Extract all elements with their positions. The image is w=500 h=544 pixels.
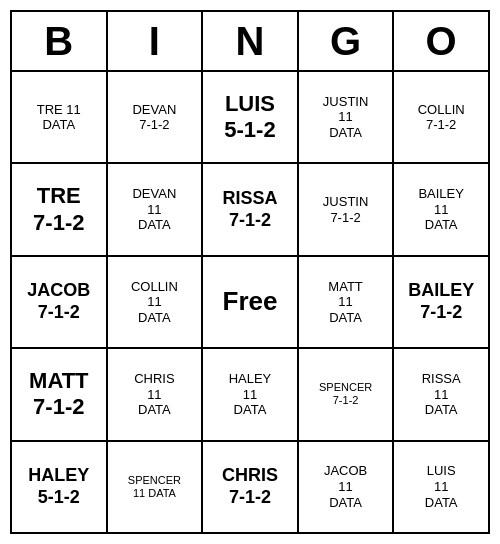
bingo-cell: HALEY5-1-2 [12,442,108,532]
bingo-cell: TRE 11DATA [12,72,108,162]
header-letter: G [299,12,395,70]
bingo-cell: SPENCER7-1-2 [299,349,395,439]
bingo-row: MATT7-1-2CHRIS11DATAHALEY11DATASPENCER7-… [12,349,488,441]
bingo-cell: CHRIS7-1-2 [203,442,299,532]
bingo-cell: JUSTIN7-1-2 [299,164,395,254]
bingo-cell: BAILEY7-1-2 [394,257,488,347]
bingo-cell: JUSTIN11DATA [299,72,395,162]
bingo-grid: TRE 11DATADEVAN7-1-2LUIS5-1-2JUSTIN11DAT… [12,72,488,532]
header-letter: B [12,12,108,70]
bingo-cell: MATT11DATA [299,257,395,347]
bingo-cell: DEVAN7-1-2 [108,72,204,162]
bingo-cell: HALEY11DATA [203,349,299,439]
bingo-cell: LUIS5-1-2 [203,72,299,162]
bingo-cell: DEVAN11DATA [108,164,204,254]
bingo-cell: CHRIS11DATA [108,349,204,439]
bingo-cell: COLLIN7-1-2 [394,72,488,162]
bingo-cell: SPENCER11 DATA [108,442,204,532]
header-letter: N [203,12,299,70]
bingo-cell: JACOB11DATA [299,442,395,532]
header-letter: I [108,12,204,70]
bingo-cell: JACOB7-1-2 [12,257,108,347]
bingo-row: HALEY5-1-2SPENCER11 DATACHRIS7-1-2JACOB1… [12,442,488,532]
bingo-card: BINGO TRE 11DATADEVAN7-1-2LUIS5-1-2JUSTI… [10,10,490,534]
bingo-cell: RISSA11DATA [394,349,488,439]
bingo-cell: MATT7-1-2 [12,349,108,439]
bingo-row: JACOB7-1-2COLLIN11DATAFreeMATT11DATABAIL… [12,257,488,349]
bingo-cell: LUIS11DATA [394,442,488,532]
bingo-row: TRE7-1-2DEVAN11DATARISSA7-1-2JUSTIN7-1-2… [12,164,488,256]
bingo-cell: TRE7-1-2 [12,164,108,254]
bingo-cell: Free [203,257,299,347]
bingo-cell: COLLIN11DATA [108,257,204,347]
bingo-cell: BAILEY11DATA [394,164,488,254]
bingo-header: BINGO [12,12,488,72]
bingo-cell: RISSA7-1-2 [203,164,299,254]
header-letter: O [394,12,488,70]
bingo-row: TRE 11DATADEVAN7-1-2LUIS5-1-2JUSTIN11DAT… [12,72,488,164]
